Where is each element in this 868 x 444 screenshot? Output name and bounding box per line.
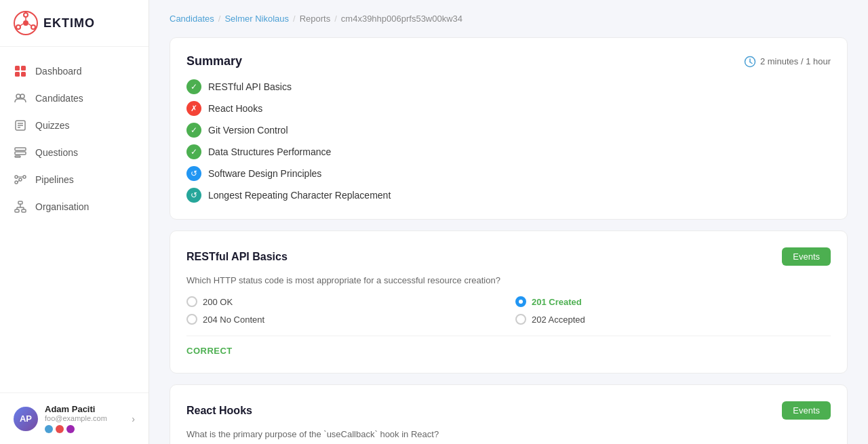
logo-area: EKTIMO [0,0,149,47]
svg-point-12 [16,94,20,98]
svg-rect-20 [15,156,20,157]
q1-option-label-200: 200 OK [203,297,233,307]
sidebar: EKTIMO Dashboard [0,0,149,444]
summary-item-label-1: RESTful API Basics [208,81,292,92]
dot-purple [66,425,75,433]
svg-rect-29 [22,209,26,212]
q2-title: React Hooks [186,405,252,417]
q1-events-button[interactable]: Events [782,247,831,266]
svg-rect-18 [15,148,26,150]
sidebar-item-candidates[interactable]: Candidates [0,85,149,112]
q1-option-label-204: 204 No Content [203,315,264,325]
breadcrumb-id: cm4x39hhp006prfs53w00kw34 [341,14,462,24]
summary-item-4: ✓ Data Structures Performance [186,144,831,159]
questions-icon [14,146,27,159]
breadcrumb-user[interactable]: Selmer Nikolaus [224,14,289,24]
sidebar-label-pipelines: Pipelines [35,174,74,185]
organisation-icon [14,200,27,214]
svg-point-21 [15,176,18,178]
summary-item-5: ↺ Software Design Principles [186,166,831,181]
quizzes-icon [14,119,27,132]
sidebar-label-candidates: Candidates [35,93,83,104]
status-icon-2: ✗ [186,101,201,116]
summary-item-label-5: Software Design Principles [208,168,321,179]
q1-title: RESTful API Basics [186,251,288,263]
summary-title: Summary [186,54,242,68]
svg-rect-8 [15,66,20,70]
sidebar-label-quizzes: Quizzes [35,120,70,131]
summary-item-label-3: Git Version Control [208,125,288,136]
sidebar-label-organisation: Organisation [35,201,89,212]
status-icon-3: ✓ [186,123,201,138]
svg-line-7 [20,24,23,26]
breadcrumb-candidates[interactable]: Candidates [170,14,214,24]
svg-line-6 [28,24,31,26]
summary-item-label-4: Data Structures Performance [208,146,331,157]
avatar: AP [14,407,38,431]
q1-radio-202[interactable] [515,314,526,325]
footer-info: Adam Paciti foo@example.com [45,404,125,433]
q1-option-204: 204 No Content [186,314,502,325]
svg-point-3 [31,25,35,29]
pipelines-icon [14,173,27,186]
summary-items: ✓ RESTful API Basics ✗ React Hooks ✓ Git… [186,79,831,203]
svg-rect-9 [21,66,26,70]
question-card-2: React Hooks Events What is the primary p… [170,384,848,444]
svg-rect-27 [18,201,22,204]
svg-rect-10 [15,72,20,77]
q1-radio-200[interactable] [186,296,197,307]
q1-option-201: 201 Created [515,296,831,307]
sidebar-item-pipelines[interactable]: Pipelines [0,166,149,193]
footer-dots [45,425,125,433]
q1-option-label-201: 201 Created [532,297,582,307]
q1-header: RESTful API Basics Events [186,247,831,266]
sidebar-label-questions: Questions [35,147,78,158]
candidates-icon [14,92,27,105]
sidebar-item-organisation[interactable]: Organisation [0,193,149,220]
question-card-1: RESTful API Basics Events Which HTTP sta… [170,230,848,374]
svg-point-22 [19,178,22,181]
summary-item-3: ✓ Git Version Control [186,123,831,138]
svg-point-4 [16,25,20,29]
sidebar-label-dashboard: Dashboard [35,66,82,77]
breadcrumb-sep-1: / [218,14,221,24]
summary-item-label-6: Longest Repeating Character Replacement [208,190,391,201]
logo-text: EKTIMO [43,16,95,31]
user-profile[interactable]: AP Adam Paciti foo@example.com › [0,392,149,444]
q1-options: 200 OK 201 Created 204 No Content 202 Ac… [186,296,831,325]
q2-question-text: What is the primary purpose of the `useC… [186,429,831,439]
breadcrumb: Candidates / Selmer Nikolaus / Reports /… [170,14,848,24]
logo-icon [14,11,38,35]
summary-item-label-2: React Hooks [208,103,262,114]
q1-option-202: 202 Accepted [515,314,831,325]
svg-point-2 [24,13,28,17]
user-name: Adam Paciti [45,404,125,414]
svg-line-36 [750,62,752,63]
q2-events-button[interactable]: Events [782,401,831,420]
dashboard-icon [14,64,27,78]
svg-point-24 [15,181,18,184]
clock-icon [744,56,756,68]
status-icon-6: ↺ [186,188,201,203]
breadcrumb-sep-2: / [293,14,296,24]
main-content: Candidates / Selmer Nikolaus / Reports /… [149,0,868,444]
sidebar-item-quizzes[interactable]: Quizzes [0,112,149,139]
breadcrumb-sep-3: / [334,14,337,24]
q1-result: CORRECT [186,346,233,356]
q1-radio-201[interactable] [515,296,526,307]
svg-line-26 [18,180,19,182]
sidebar-item-questions[interactable]: Questions [0,139,149,166]
status-icon-4: ✓ [186,144,201,159]
user-email: foo@example.com [45,414,125,422]
svg-rect-28 [15,209,19,212]
q1-radio-204[interactable] [186,314,197,325]
summary-item-1: ✓ RESTful API Basics [186,79,831,94]
status-icon-1: ✓ [186,79,201,94]
dot-red [56,425,64,433]
svg-rect-11 [21,72,26,77]
sidebar-item-dashboard[interactable]: Dashboard [0,58,149,85]
q1-option-label-202: 202 Accepted [532,315,585,325]
summary-item-6: ↺ Longest Repeating Character Replacemen… [186,188,831,203]
q2-header: React Hooks Events [186,401,831,420]
time-value: 2 minutes / 1 hour [760,56,831,66]
